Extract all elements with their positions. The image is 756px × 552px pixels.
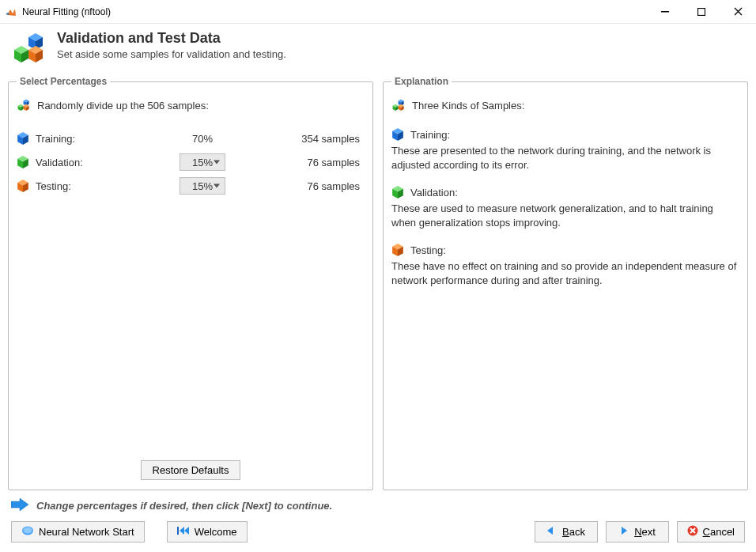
exp-training-heading: Training:: [391, 128, 739, 141]
window-buttons: [647, 0, 756, 23]
titlebar: Neural Fitting (nftool): [0, 0, 756, 24]
cubes-small-icon: [391, 98, 406, 112]
cancel-icon: [687, 525, 698, 539]
testing-percent-select[interactable]: 15%: [180, 177, 225, 195]
restore-defaults-button[interactable]: Restore Defaults: [141, 460, 241, 480]
orange-cube-icon: [391, 244, 404, 256]
divide-intro: Randomly divide up the 506 samples:: [17, 98, 365, 112]
welcome-button[interactable]: Welcome: [167, 521, 248, 543]
select-percentages-panel: Select Percentages Randomly divide up th…: [8, 76, 373, 490]
page-header: Validation and Test Data Set aside some …: [0, 24, 756, 76]
cancel-label: Cancel: [703, 526, 735, 538]
cancel-button[interactable]: Cancel: [677, 521, 745, 543]
neural-network-start-button[interactable]: Neural Network Start: [11, 521, 145, 543]
window-title: Neural Fitting (nftool): [22, 6, 647, 17]
footer: Neural Network Start Welcome Back: [0, 516, 756, 552]
welcome-label: Welcome: [195, 526, 237, 538]
exp-testing-text: These have no effect on training and so …: [391, 259, 739, 287]
main-body: Select Percentages Randomly divide up th…: [0, 76, 756, 490]
close-button[interactable]: [720, 0, 756, 23]
validation-percent-value: 15%: [192, 157, 213, 168]
svg-rect-50: [177, 527, 179, 535]
svg-marker-52: [184, 527, 189, 535]
maximize-button[interactable]: [683, 0, 720, 23]
training-row: Training: 70% 354 samples: [17, 127, 365, 150]
next-button[interactable]: Next: [606, 521, 669, 543]
svg-rect-54: [553, 527, 556, 535]
next-label: Next: [634, 526, 656, 538]
back-icon: [546, 526, 558, 538]
svg-rect-1: [698, 8, 705, 15]
validation-samples: 76 samples: [238, 157, 365, 168]
neural-network-start-label: Neural Network Start: [39, 526, 134, 538]
page-title: Validation and Test Data: [57, 30, 286, 47]
testing-label: Testing:: [36, 180, 71, 192]
three-kinds-text: Three Kinds of Samples:: [412, 100, 524, 112]
blue-cube-icon: [17, 132, 29, 145]
testing-samples: 76 samples: [238, 180, 365, 192]
rewind-icon: [177, 526, 190, 538]
cubes-icon: [11, 30, 47, 66]
minimize-button[interactable]: [647, 0, 683, 23]
training-percent: 70%: [192, 133, 213, 145]
validation-percent-select[interactable]: 15%: [180, 153, 225, 171]
exp-validation-text: These are used to measure network genera…: [391, 202, 739, 229]
exp-testing-label: Testing:: [410, 244, 446, 256]
blue-cube-icon: [391, 128, 404, 141]
cubes-small-icon: [17, 98, 31, 112]
training-samples: 354 samples: [238, 133, 365, 145]
testing-row: Testing: 15% 76 samples: [17, 174, 365, 198]
page-subtitle: Set aside some samples for validation an…: [57, 48, 286, 60]
restore-defaults-label: Restore Defaults: [153, 464, 229, 476]
green-cube-icon: [17, 156, 29, 168]
arrow-right-icon: [11, 498, 28, 513]
back-button[interactable]: Back: [535, 521, 598, 543]
three-kinds-heading: Three Kinds of Samples:: [391, 98, 739, 112]
instruction-text: Change percentages if desired, then clic…: [36, 500, 332, 512]
svg-marker-47: [11, 498, 28, 511]
exp-validation-heading: Validation:: [391, 186, 739, 198]
back-label: Back: [562, 526, 585, 538]
validation-label: Validation:: [36, 157, 83, 168]
next-icon: [618, 526, 629, 538]
green-cube-icon: [391, 186, 404, 198]
explanation-panel: Explanation Three Kinds of Samples: Trai…: [383, 76, 748, 490]
divide-intro-text: Randomly divide up the 506 samples:: [37, 100, 209, 112]
svg-marker-55: [622, 527, 627, 535]
select-percentages-legend: Select Percentages: [17, 76, 110, 87]
instruction-bar: Change percentages if desired, then clic…: [0, 490, 756, 516]
training-label: Training:: [36, 133, 75, 145]
svg-marker-53: [547, 527, 553, 535]
exp-validation-label: Validation:: [410, 187, 458, 198]
svg-marker-51: [180, 527, 184, 535]
validation-row: Validation: 15% 76 samples: [17, 150, 365, 174]
svg-point-49: [24, 527, 32, 534]
orange-cube-icon: [17, 180, 29, 192]
exp-training-text: These are presented to the network durin…: [391, 144, 739, 172]
matlab-icon: [5, 6, 17, 18]
testing-percent-value: 15%: [192, 180, 213, 192]
explanation-legend: Explanation: [391, 76, 452, 87]
svg-rect-0: [661, 11, 669, 13]
brain-icon: [21, 525, 34, 539]
exp-testing-heading: Testing:: [391, 244, 739, 256]
exp-training-label: Training:: [410, 129, 450, 141]
